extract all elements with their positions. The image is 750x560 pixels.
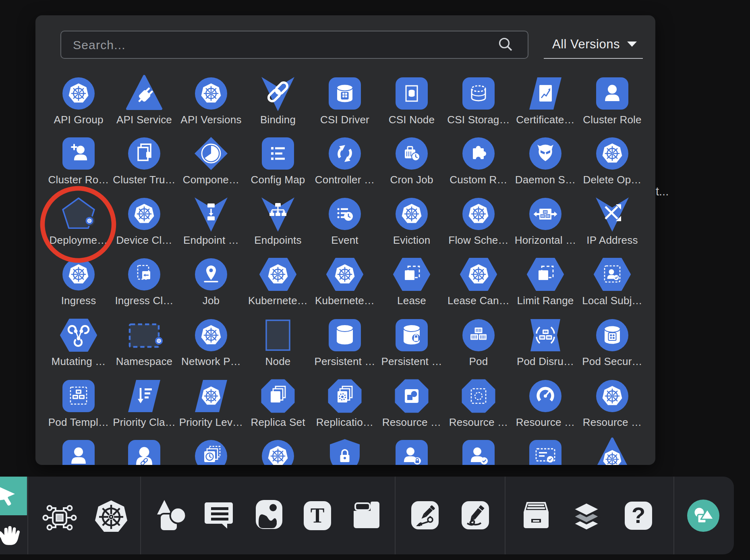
svg-text:?: ? <box>632 502 645 528</box>
svg-text:T: T <box>311 504 325 527</box>
